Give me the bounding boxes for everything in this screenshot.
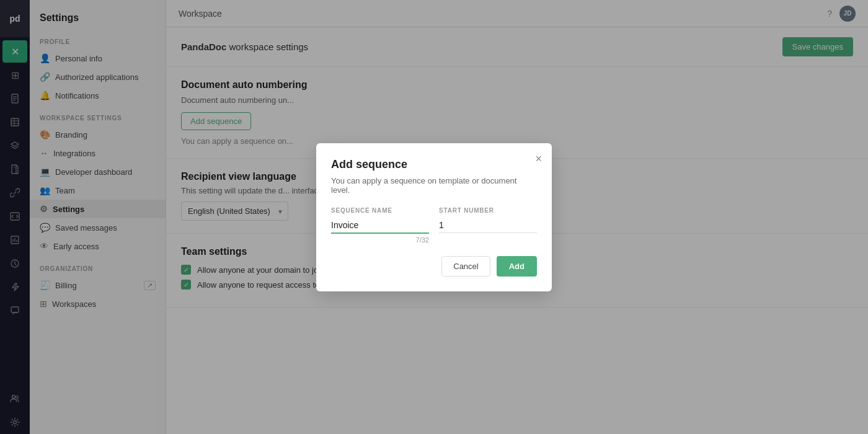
sequence-name-input[interactable] — [331, 218, 429, 234]
modal-description: You can apply a sequence on template or … — [331, 176, 537, 195]
modal-actions: Cancel Add — [331, 256, 537, 277]
modal-overlay: Add sequence × You can apply a sequence … — [0, 0, 868, 434]
start-number-input[interactable] — [439, 218, 537, 233]
modal-title: Add sequence — [331, 158, 537, 171]
start-number-field: START NUMBER — [439, 207, 537, 244]
modal-fields: SEQUENCE NAME 7/32 START NUMBER — [331, 207, 537, 244]
sequence-name-label: SEQUENCE NAME — [331, 207, 429, 214]
start-number-label: START NUMBER — [439, 207, 537, 214]
cancel-button[interactable]: Cancel — [441, 256, 490, 277]
add-sequence-modal: Add sequence × You can apply a sequence … — [316, 143, 552, 291]
add-button[interactable]: Add — [497, 256, 537, 277]
sequence-name-field: SEQUENCE NAME 7/32 — [331, 207, 429, 244]
modal-close-button[interactable]: × — [535, 153, 542, 164]
sequence-name-char-count: 7/32 — [331, 236, 429, 244]
